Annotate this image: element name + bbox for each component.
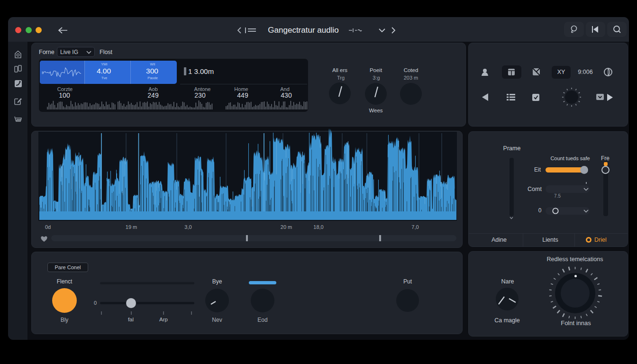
svg-text:$: $ bbox=[42, 71, 44, 74]
